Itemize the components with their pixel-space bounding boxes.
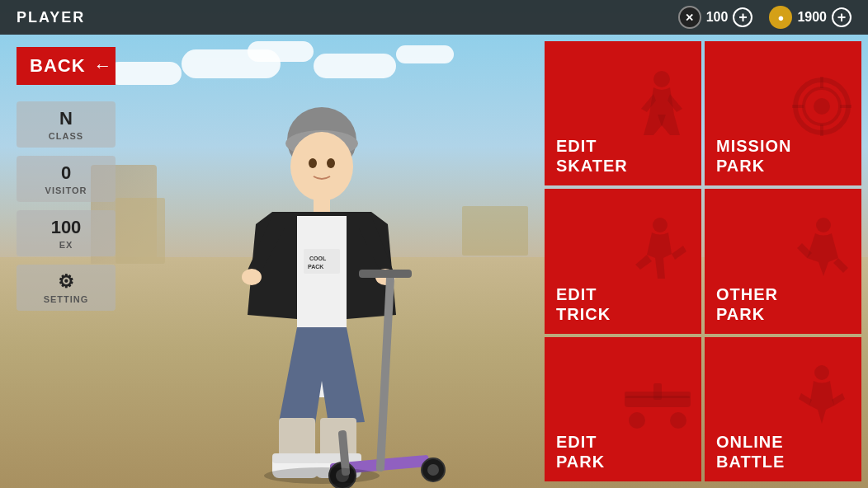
back-label: BACK [30, 55, 86, 77]
edit-trick-silhouette [629, 217, 695, 306]
back-button[interactable]: BACK ← [17, 47, 116, 85]
online-battle-label: ONLINE BATTLE [716, 432, 785, 472]
visitor-stat-box: 0 VISITOR [17, 156, 116, 202]
x-currency-group: ✕ 100 + [678, 6, 753, 29]
svg-point-25 [653, 71, 670, 87]
mission-park-label: MISSION PARK [716, 136, 791, 176]
svg-point-40 [814, 365, 829, 380]
left-panel: BACK ← N CLASS 0 VISITOR 100 EX ⚙ SETTIN… [0, 35, 132, 488]
svg-rect-12 [320, 418, 356, 459]
coin-currency-icon: ● [769, 6, 792, 29]
other-park-silhouette [789, 217, 855, 306]
add-x-button[interactable]: + [733, 7, 752, 27]
svg-text:PACK: PACK [308, 264, 323, 270]
player-svg: COOL PACK [190, 84, 454, 488]
visitor-value: 0 [26, 162, 106, 184]
class-value: N [26, 108, 106, 129]
svg-rect-5 [314, 196, 330, 213]
svg-point-36 [629, 412, 645, 429]
ex-label: EX [26, 240, 106, 250]
setting-label: SETTING [26, 294, 106, 304]
class-stat-box: N CLASS [17, 101, 116, 148]
edit-skater-silhouette [629, 69, 695, 158]
svg-point-34 [816, 218, 831, 232]
svg-rect-39 [653, 383, 662, 400]
svg-point-9 [242, 269, 262, 285]
player-figure: COOL PACK [190, 84, 454, 488]
mission-park-silhouette [789, 73, 855, 154]
svg-point-28 [814, 98, 830, 115]
add-coin-button[interactable]: + [832, 7, 851, 27]
back-arrow-icon: ← [94, 55, 113, 77]
class-label: CLASS [26, 131, 106, 141]
svg-rect-6 [304, 249, 340, 274]
coin-currency-group: ● 1900 + [769, 6, 851, 29]
edit-skater-label: EDIT SKATER [556, 136, 628, 176]
svg-point-21 [427, 464, 439, 476]
topbar: PLAYER ✕ 100 + ● 1900 + [0, 0, 868, 35]
player-shadow [264, 467, 380, 484]
edit-trick-label: EDIT TRICK [556, 284, 611, 324]
other-park-button[interactable]: OTHER PARK [705, 189, 861, 333]
svg-point-37 [670, 412, 686, 429]
edit-trick-button[interactable]: EDIT TRICK [545, 189, 701, 333]
right-menu: EDIT SKATER MISSION PARK [538, 35, 868, 488]
svg-point-4 [327, 158, 335, 168]
online-battle-button[interactable]: ONLINE BATTLE [705, 337, 861, 481]
page-title: PLAYER [17, 9, 85, 26]
ex-stat-box: 100 EX [17, 210, 116, 256]
edit-park-silhouette [620, 374, 695, 443]
other-park-label: OTHER PARK [716, 284, 778, 324]
edit-skater-button[interactable]: EDIT SKATER [545, 41, 701, 185]
x-currency-icon: ✕ [678, 6, 701, 29]
setting-stat-box[interactable]: ⚙ SETTING [17, 265, 116, 311]
coin-currency-value: 1900 [797, 10, 827, 25]
svg-point-33 [653, 218, 668, 232]
svg-point-2 [290, 132, 353, 201]
topbar-right: ✕ 100 + ● 1900 + [678, 6, 851, 29]
svg-rect-15 [272, 453, 318, 463]
ex-value: 100 [26, 217, 106, 238]
setting-icon: ⚙ [26, 271, 106, 293]
visitor-label: VISITOR [26, 185, 106, 195]
player-area: COOL PACK [124, 35, 520, 488]
x-currency-value: 100 [706, 10, 729, 25]
online-battle-silhouette [789, 364, 855, 453]
svg-text:COOL: COOL [309, 256, 327, 261]
svg-rect-11 [279, 418, 315, 459]
svg-point-3 [309, 158, 317, 168]
mission-park-button[interactable]: MISSION PARK [705, 41, 861, 185]
svg-rect-23 [359, 270, 412, 278]
edit-park-button[interactable]: EDIT PARK [545, 337, 701, 481]
edit-park-label: EDIT PARK [556, 432, 605, 472]
